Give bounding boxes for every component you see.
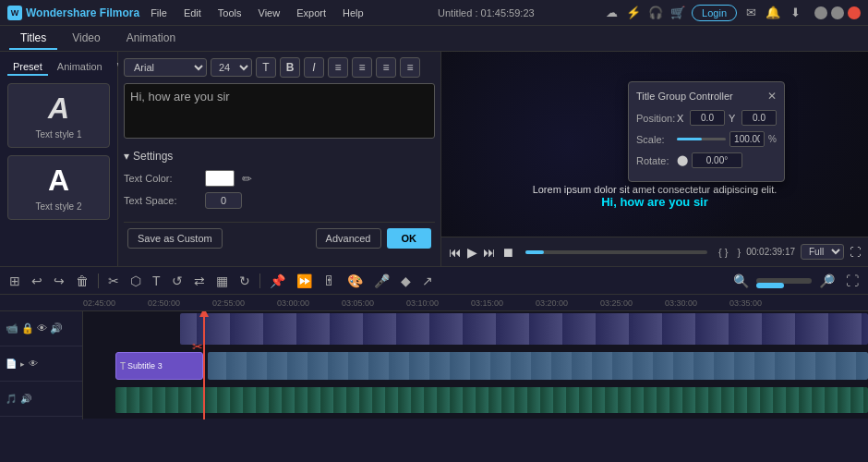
split-icon[interactable]: ⇄ <box>190 272 209 290</box>
preview-text-overlay: Lorem ipsum dolor sit amet consectetur a… <box>533 184 778 209</box>
video-clip-strip[interactable] <box>180 313 868 345</box>
tgc-close-button[interactable]: ✕ <box>767 90 777 103</box>
settings-header[interactable]: ▾ Settings <box>124 150 435 163</box>
mic-icon[interactable]: 🎤 <box>370 272 393 290</box>
align-right-button[interactable]: ≡ <box>376 57 396 78</box>
minimize-button[interactable] <box>814 6 827 19</box>
ruler-mark-3: 03:00:00 <box>277 298 342 308</box>
bold-button[interactable]: B <box>280 57 300 78</box>
menu-tools[interactable]: Tools <box>212 6 247 20</box>
ruler-mark-8: 03:25:00 <box>600 298 665 308</box>
italic-button[interactable]: I <box>304 57 324 78</box>
bell-icon[interactable]: 🔔 <box>765 5 781 21</box>
subtab-preset[interactable]: Preset <box>7 59 48 76</box>
redo-icon[interactable]: ↪ <box>50 272 68 290</box>
save-custom-button[interactable]: Save as Custom <box>127 228 223 249</box>
grid-icon[interactable]: ▦ <box>212 272 232 290</box>
menu-file[interactable]: File <box>145 6 173 20</box>
font-selector[interactable]: Arial <box>124 58 207 77</box>
audio-icon[interactable]: 🔊 <box>50 322 63 334</box>
menu-view[interactable]: View <box>253 6 286 20</box>
playhead[interactable] <box>203 311 205 419</box>
tab-video[interactable]: Video <box>61 28 111 50</box>
next-gen-clip[interactable] <box>208 352 868 380</box>
download-icon[interactable]: ⬇ <box>787 5 803 21</box>
color-icon[interactable]: 🎨 <box>344 272 367 290</box>
cloud-icon[interactable]: ☁ <box>603 5 620 21</box>
style-item-1[interactable]: A Text style 1 <box>7 83 110 148</box>
keyframe-icon[interactable]: ◆ <box>397 272 415 290</box>
subtitle-clip-label: Subtitle 3 <box>127 361 163 371</box>
eyedropper-icon[interactable]: ✏ <box>242 172 252 186</box>
menu-edit[interactable]: Edit <box>178 6 207 20</box>
timeline-ruler: 02:45:00 02:50:00 02:55:00 03:00:00 03:0… <box>0 295 868 311</box>
zoom-out-icon[interactable]: 🔍 <box>729 272 753 290</box>
forward-button[interactable]: ⏭ <box>483 245 496 260</box>
menu-export[interactable]: Export <box>291 6 332 20</box>
style-item-2[interactable]: A Text style 2 <box>7 155 110 220</box>
menu-help[interactable]: Help <box>337 6 369 20</box>
align-center-button[interactable]: ≡ <box>352 57 372 78</box>
tgc-header: Title Group Controller ✕ <box>636 90 777 103</box>
advanced-button[interactable]: Advanced <box>316 228 381 249</box>
login-button[interactable]: Login <box>692 5 737 21</box>
fullscreen-timeline-icon[interactable]: ⛶ <box>842 272 862 290</box>
subtitle-track-expand[interactable]: ▸ <box>20 359 25 369</box>
ok-button[interactable]: OK <box>387 228 432 249</box>
blend-icon[interactable]: ↺ <box>168 272 187 290</box>
text-editor-area[interactable]: Hi, how are you sir <box>124 83 435 139</box>
close-button[interactable] <box>848 6 861 19</box>
align-justify-button[interactable]: ≡ <box>400 57 420 78</box>
tgc-x-input[interactable] <box>690 110 725 126</box>
align-left-button[interactable]: ≡ <box>328 57 348 78</box>
subtab-animation[interactable]: Animation <box>52 59 108 76</box>
zoom-in-icon[interactable]: 🔎 <box>815 272 838 290</box>
prev-button[interactable]: ⏮ <box>449 245 462 260</box>
refresh-icon[interactable]: ↻ <box>235 272 254 290</box>
text-format-icon[interactable]: T <box>256 57 276 78</box>
text-space-input[interactable] <box>205 192 242 209</box>
subtitle-visibility[interactable]: 👁 <box>29 359 38 369</box>
font-size-selector[interactable]: 24 <box>211 58 252 77</box>
tgc-rotate-input[interactable] <box>692 152 742 168</box>
cart-icon[interactable]: 🛒 <box>669 5 686 21</box>
preview-panel: Title Group Controller ✕ Position: X Y S… <box>441 52 868 266</box>
ruler-mark-6: 03:15:00 <box>471 298 536 308</box>
play-button[interactable]: ▶ <box>467 245 477 260</box>
clip-speed-icon[interactable]: ⏩ <box>293 272 316 290</box>
lightning-icon[interactable]: ⚡ <box>625 5 642 21</box>
timeline-tracks: 📹 🔒 👁 🔊 📄 ▸ 👁 🎵 🔊 <box>0 311 868 419</box>
cut-icon[interactable]: ✂ <box>104 272 123 290</box>
playback-progress-bar[interactable] <box>525 250 707 254</box>
fullscreen-icon[interactable]: ⛶ <box>850 246 861 259</box>
color-picker-swatch[interactable] <box>205 170 235 187</box>
tgc-scale-slider[interactable] <box>677 138 726 140</box>
mail-icon[interactable]: ✉ <box>742 5 759 21</box>
text-tool-icon[interactable]: T <box>149 272 164 290</box>
lock-icon[interactable]: 🔒 <box>21 322 34 334</box>
mask-icon[interactable]: ⬡ <box>127 272 145 290</box>
audio-clip-strip[interactable] <box>115 387 868 413</box>
tab-animation[interactable]: Animation <box>115 28 187 50</box>
motion-icon[interactable]: ↗ <box>418 272 437 290</box>
tab-titles[interactable]: Titles <box>9 28 57 50</box>
text-color-label: Text Color: <box>124 173 198 184</box>
maximize-button[interactable] <box>831 6 844 19</box>
visibility-icon[interactable]: 👁 <box>37 322 47 334</box>
style-label-2: Text style 2 <box>16 201 102 212</box>
tgc-y-input[interactable] <box>741 110 777 126</box>
ruler-mark-4: 03:05:00 <box>342 298 406 308</box>
headphones-icon[interactable]: 🎧 <box>647 5 664 21</box>
audio-mix-icon[interactable]: 🎚 <box>319 272 340 290</box>
audio-track-label: 🎵 🔊 <box>0 382 82 417</box>
stop-button[interactable]: ⏹ <box>501 245 514 260</box>
undo-icon[interactable]: ↩ <box>28 272 46 290</box>
quality-selector[interactable]: Full 1/2 1/4 <box>801 244 844 260</box>
audio-mute-icon[interactable]: 🔊 <box>20 394 31 404</box>
add-track-icon[interactable]: ⊞ <box>6 272 24 290</box>
snap-icon[interactable]: 📌 <box>266 272 289 290</box>
window-controls <box>814 6 861 19</box>
tgc-scale-input[interactable] <box>729 131 765 147</box>
subtitle-clip[interactable]: T Subtitle 3 <box>115 352 203 380</box>
delete-icon[interactable]: 🗑 <box>72 272 92 290</box>
